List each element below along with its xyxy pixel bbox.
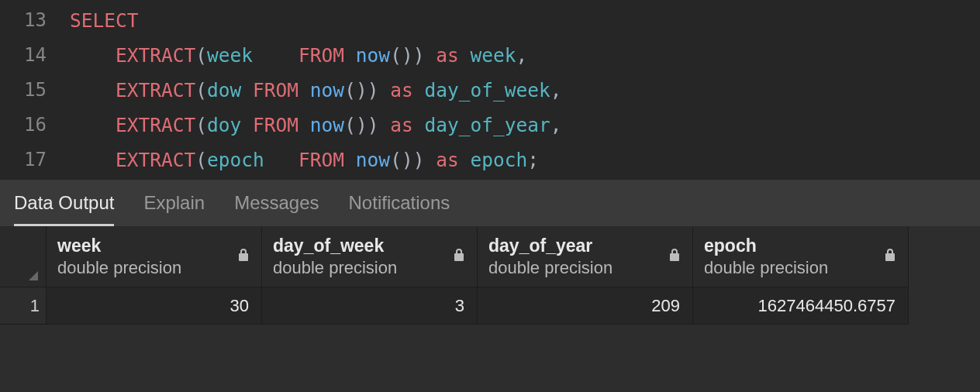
sql-editor[interactable]: 13 14 15 16 17 SELECT EXTRACT(week FROM … xyxy=(0,0,980,180)
column-name: day_of_year xyxy=(488,236,612,256)
column-name: epoch xyxy=(704,236,828,256)
column-type: double precision xyxy=(273,258,397,278)
lock-icon xyxy=(452,247,466,266)
line-number-gutter: 13 14 15 16 17 xyxy=(0,0,60,180)
svg-marker-0 xyxy=(29,271,38,280)
line-number: 15 xyxy=(0,73,60,108)
code-area[interactable]: SELECT EXTRACT(week FROM now()) as week,… xyxy=(60,0,980,180)
table-row[interactable]: 1 30 3 209 1627464450.6757 xyxy=(0,287,980,325)
tab-explain[interactable]: Explain xyxy=(143,181,205,225)
data-cell[interactable]: 3 xyxy=(262,287,478,325)
column-header[interactable]: day_of_year double precision xyxy=(478,226,693,287)
column-type: double precision xyxy=(57,258,181,278)
column-name: week xyxy=(57,236,181,256)
column-header[interactable]: day_of_week double precision xyxy=(262,226,478,287)
column-name: day_of_week xyxy=(273,236,397,256)
column-header-row: week double precision day_of_week double… xyxy=(0,226,980,287)
row-number: 1 xyxy=(0,287,47,325)
line-number: 16 xyxy=(0,108,60,143)
lock-icon xyxy=(668,247,682,266)
column-type: double precision xyxy=(488,258,612,278)
line-number: 14 xyxy=(0,38,60,73)
row-number-header xyxy=(0,226,47,287)
column-type: double precision xyxy=(704,258,828,278)
result-grid: week double precision day_of_week double… xyxy=(0,226,980,325)
column-header[interactable]: epoch double precision xyxy=(693,226,909,287)
tab-messages[interactable]: Messages xyxy=(234,181,319,225)
line-number: 13 xyxy=(0,3,60,38)
lock-icon xyxy=(883,247,897,266)
empty-area xyxy=(0,325,980,392)
data-cell[interactable]: 1627464450.6757 xyxy=(693,287,909,325)
tab-notifications[interactable]: Notifications xyxy=(349,181,450,225)
column-header[interactable]: week double precision xyxy=(47,226,262,287)
data-cell[interactable]: 209 xyxy=(478,287,693,325)
tab-data-output[interactable]: Data Output xyxy=(14,181,114,225)
line-number: 17 xyxy=(0,143,60,177)
lock-icon xyxy=(236,247,250,266)
result-tabs: Data Output Explain Messages Notificatio… xyxy=(0,180,980,226)
triangle-icon xyxy=(27,270,40,282)
data-cell[interactable]: 30 xyxy=(47,287,262,325)
